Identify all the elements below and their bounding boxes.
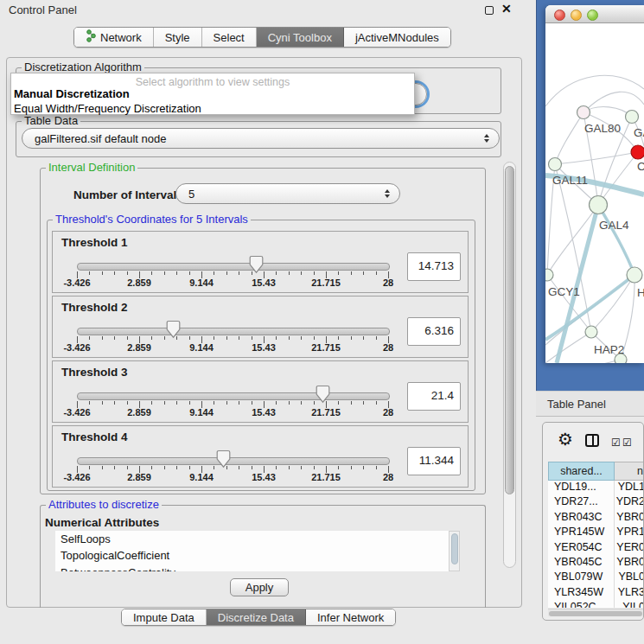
tick-label: 21.715 [311, 407, 341, 418]
threshold-label: Threshold 2 [61, 301, 128, 314]
network-node-hap2[interactable] [585, 326, 597, 338]
minor-tick [214, 336, 214, 340]
tab-network[interactable]: Network [74, 28, 154, 47]
tab-label: Cyni Toolbox [268, 31, 332, 44]
slider-thumb[interactable] [216, 450, 231, 469]
slider-track[interactable] [77, 263, 390, 271]
network-node-label: GAL80 [584, 122, 621, 135]
table-row[interactable]: YER054CYER0 [548, 541, 644, 556]
network-node-gal80[interactable] [577, 106, 590, 119]
slider-thumb[interactable] [316, 385, 330, 404]
gear-icon[interactable]: ⚙ [558, 429, 573, 450]
minor-tick [363, 401, 364, 405]
checkbox-checked-icon[interactable]: ☑ [611, 437, 621, 449]
table-row[interactable]: YLR345WYLR3 [548, 586, 644, 601]
minor-tick [289, 401, 290, 405]
close-traffic-light-icon[interactable] [554, 10, 565, 21]
table-hscrollbar-thumb[interactable] [549, 611, 642, 616]
table-row[interactable]: YBL079WYBL0 [548, 571, 644, 585]
minor-tick [89, 466, 90, 469]
network-edge [545, 75, 644, 106]
panel-scrollbar-thumb[interactable] [505, 166, 514, 494]
tab-infer-network[interactable]: Infer Network [306, 609, 395, 625]
network-node-gcy1[interactable] [545, 269, 553, 281]
attribute-item-selfloops[interactable]: SelfLoops [55, 531, 449, 547]
float-window-icon[interactable] [485, 6, 494, 15]
table-rows: YDL19...YDL1YDR27...YDR2YBR043CYBR0YPR14… [548, 481, 644, 608]
table-row[interactable]: YDL19...YDL1 [548, 481, 644, 495]
threshold-value-field[interactable]: 21.4 [407, 382, 461, 411]
table-row[interactable]: YBR043CYBR0 [548, 511, 644, 526]
attributes-scrollbar[interactable] [449, 531, 460, 571]
table-row[interactable]: YDR27...YDR2 [548, 495, 644, 510]
zoom-traffic-light-icon[interactable] [587, 10, 598, 21]
algorithm-option-equal-width[interactable]: Equal Width/Frequency Discretization [14, 102, 201, 115]
minor-tick [351, 336, 352, 340]
slider-thumb[interactable] [166, 320, 181, 339]
column-header-shared[interactable]: shared... [548, 462, 615, 481]
network-node-ga[interactable] [626, 111, 639, 124]
minor-tick [301, 336, 302, 340]
minimize-traffic-light-icon[interactable] [571, 10, 582, 21]
minor-tick [164, 466, 165, 469]
tick-label: -3.426 [63, 407, 90, 418]
slider-track[interactable] [77, 392, 390, 400]
cell-name: YBR0 [611, 511, 644, 526]
minor-tick [239, 401, 239, 405]
network-node-gal11[interactable] [549, 158, 562, 171]
slider-thumb[interactable] [249, 255, 264, 274]
algorithm-hint: Select algorithm to view settings [11, 76, 414, 88]
minor-tick [314, 466, 315, 469]
minor-tick [176, 271, 177, 275]
network-node-h[interactable] [627, 267, 642, 283]
tab-cyni-toolbox[interactable]: Cyni Toolbox [257, 28, 344, 47]
cell-name: YPR1 [611, 526, 644, 540]
cell-name: YBR0 [611, 556, 644, 571]
network-icon [86, 29, 96, 45]
split-columns-icon[interactable] [585, 434, 599, 447]
cell-shared-name: YPR145W [548, 526, 611, 540]
minor-tick [376, 336, 377, 340]
network-window[interactable]: GAL80GACGAL11GAL4GCY1HHAP2 [545, 5, 644, 363]
cell-shared-name: YBR045C [548, 556, 611, 571]
threshold-value-field[interactable]: 6.316 [407, 317, 461, 346]
table-hscrollbar[interactable] [548, 609, 644, 616]
slider-track[interactable] [77, 328, 390, 335]
algorithm-option-manual[interactable]: Manual Discretization [14, 87, 130, 100]
number-of-intervals-combobox[interactable]: 5 [175, 183, 400, 204]
minor-tick [164, 271, 165, 275]
slider-track[interactable] [77, 457, 390, 465]
threshold-value-field[interactable]: 11.344 [407, 447, 461, 475]
table-row[interactable]: YIL052CYIL0 [548, 601, 644, 608]
column-header-name[interactable]: n... [615, 462, 644, 481]
checkbox-checked-icon[interactable]: ☑ [622, 437, 632, 449]
minor-tick [114, 271, 115, 275]
minor-tick [314, 401, 315, 405]
minor-tick [164, 336, 165, 340]
tab-style[interactable]: Style [154, 28, 202, 47]
minor-tick [301, 466, 302, 469]
table-row[interactable]: YPR145WYPR1 [548, 526, 644, 540]
tab-select[interactable]: Select [202, 28, 257, 47]
tab-impute-data[interactable]: Impute Data [122, 609, 207, 625]
network-node-c[interactable] [631, 145, 644, 159]
tab-discretize-data[interactable]: Discretize Data [207, 609, 306, 625]
attributes-scrollbar-thumb[interactable] [451, 533, 458, 564]
network-node-label: H [637, 286, 644, 299]
discretization-algorithm-title: Discretization Algorithm [22, 61, 144, 73]
tab-label: Discretize Data [218, 611, 294, 624]
network-window-titlebar[interactable] [545, 5, 644, 23]
close-icon[interactable]: ✕ [501, 2, 512, 16]
tab-jactivemnodules[interactable]: jActiveMNodules [344, 28, 450, 47]
apply-button[interactable]: Apply [230, 578, 289, 596]
network-node-gal4[interactable] [590, 196, 608, 214]
table-data-combobox[interactable]: galFiltered.sif default node [22, 128, 500, 149]
threshold-value-field[interactable]: 14.713 [407, 252, 461, 281]
attribute-item-topologicalcoefficient[interactable]: TopologicalCoefficient [55, 547, 449, 564]
table-row[interactable]: YBR045CYBR0 [548, 556, 644, 571]
minor-tick [252, 466, 252, 469]
top-tab-strip: NetworkStyleSelectCyni ToolboxjActiveMNo… [73, 27, 451, 48]
attribute-item-betweennesscentrality[interactable]: BetweennessCentrality [55, 564, 449, 571]
network-canvas[interactable]: GAL80GACGAL11GAL4GCY1HHAP2 [545, 23, 644, 363]
minor-tick [276, 271, 277, 275]
